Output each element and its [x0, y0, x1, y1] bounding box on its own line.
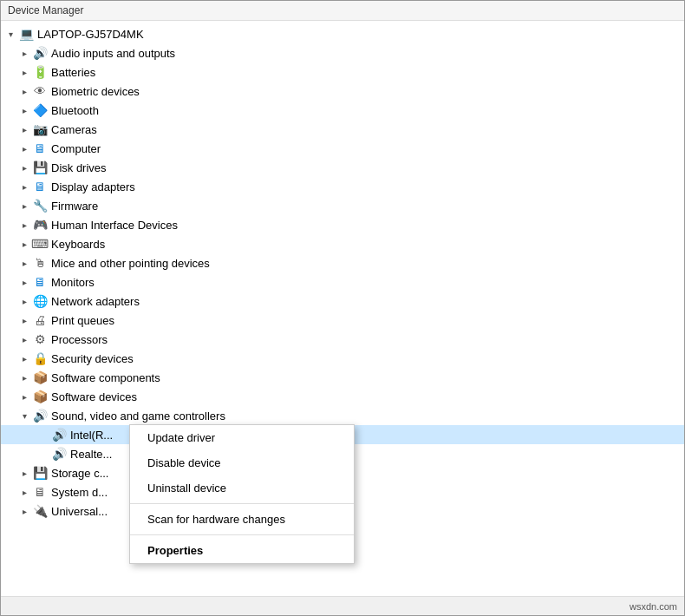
label-keyboards: Keyboards	[51, 238, 105, 251]
label-disk: Disk drives	[51, 161, 107, 174]
label-universal: Universal...	[51, 505, 108, 518]
context-menu-item-properties[interactable]: Properties	[130, 538, 354, 563]
tree-item-processors[interactable]: ⚙Processors	[1, 330, 684, 349]
status-text: wsxdn.com	[630, 601, 677, 612]
label-computer: Computer	[51, 142, 101, 155]
tree-item-bluetooth[interactable]: 🔷Bluetooth	[1, 101, 684, 120]
context-menu-item-disable-device[interactable]: Disable device	[130, 450, 354, 475]
expand-btn-software-devices[interactable]	[18, 390, 30, 403]
icon-audio: 🔊	[32, 45, 48, 61]
tree-item-batteries[interactable]: 🔋Batteries	[1, 62, 684, 82]
label-audio: Audio inputs and outputs	[51, 47, 175, 60]
expand-btn-keyboards[interactable]	[18, 238, 30, 250]
context-menu-item-update-driver[interactable]: Update driver	[130, 425, 354, 450]
expand-btn-software-components[interactable]	[18, 371, 30, 383]
expand-btn-cameras[interactable]	[18, 123, 30, 135]
expand-btn-storage[interactable]	[18, 467, 30, 479]
tree-item-software-devices[interactable]: 📦Software devices	[1, 387, 684, 406]
expand-btn-network[interactable]	[18, 295, 30, 307]
expand-btn-audio[interactable]	[18, 47, 30, 59]
icon-processors: ⚙	[32, 331, 48, 347]
icon-cameras: 📷	[32, 121, 48, 137]
label-monitors: Monitors	[51, 276, 95, 289]
label-firmware: Firmware	[51, 200, 98, 213]
icon-storage: 💾	[32, 465, 48, 481]
expand-btn-batteries[interactable]	[18, 66, 30, 78]
tree-item-audio[interactable]: 🔊Audio inputs and outputs	[1, 43, 684, 62]
root-expand-btn[interactable]	[4, 28, 16, 40]
expand-btn-system[interactable]	[18, 486, 30, 498]
context-menu-divider-1	[130, 503, 354, 504]
tree-item-hid[interactable]: 🎮Human Interface Devices	[1, 215, 684, 234]
label-software-devices: Software devices	[51, 390, 137, 403]
expand-btn-print[interactable]	[18, 314, 30, 326]
icon-software-components: 📦	[32, 370, 48, 385]
tree-item-biometric[interactable]: 👁Biometric devices	[1, 82, 684, 101]
icon-firmware: 🔧	[32, 198, 48, 213]
expand-btn-firmware[interactable]	[18, 200, 30, 212]
icon-display: 🖥	[32, 179, 48, 194]
tree-root[interactable]: 💻 LAPTOP-GJ57D4MK	[1, 24, 684, 43]
label-bluetooth: Bluetooth	[51, 104, 99, 117]
expand-btn-universal[interactable]	[18, 505, 30, 517]
icon-print: 🖨	[32, 312, 48, 328]
expand-btn-intel[interactable]	[37, 429, 49, 441]
label-processors: Processors	[51, 333, 108, 346]
context-menu-item-uninstall-device[interactable]: Uninstall device	[130, 475, 354, 501]
label-display: Display adapters	[51, 180, 135, 193]
icon-software-devices: 📦	[32, 389, 48, 404]
expand-btn-computer[interactable]	[18, 142, 30, 154]
tree-item-keyboards[interactable]: ⌨Keyboards	[1, 234, 684, 253]
expand-btn-disk[interactable]	[18, 161, 30, 174]
expand-btn-mice[interactable]	[18, 257, 30, 269]
device-manager-window: Device Manager 💻 LAPTOP-GJ57D4MK 🔊Audio …	[0, 0, 685, 616]
label-batteries: Batteries	[51, 66, 95, 79]
context-menu-item-scan-hardware[interactable]: Scan for hardware changes	[130, 507, 354, 532]
status-bar: wsxdn.com	[1, 596, 684, 615]
label-hid: Human Interface Devices	[51, 219, 178, 232]
label-biometric: Biometric devices	[51, 85, 140, 98]
expand-btn-security[interactable]	[18, 352, 30, 364]
expand-btn-display[interactable]	[18, 180, 30, 193]
label-system: System d...	[51, 486, 108, 499]
tree-item-firmware[interactable]: 🔧Firmware	[1, 196, 684, 215]
expand-btn-sound[interactable]	[18, 410, 30, 422]
context-menu-divider-2	[130, 534, 354, 535]
expand-btn-processors[interactable]	[18, 333, 30, 345]
expand-btn-hid[interactable]	[18, 219, 30, 231]
laptop-icon: 💻	[18, 26, 34, 42]
label-security: Security devices	[51, 352, 134, 365]
icon-realtek: 🔊	[51, 446, 67, 462]
label-intel: Intel(R...	[70, 429, 113, 442]
label-realtek: Realte...	[70, 448, 112, 461]
icon-batteries: 🔋	[32, 64, 48, 80]
tree-item-print[interactable]: 🖨Print queues	[1, 311, 684, 330]
tree-item-software-components[interactable]: 📦Software components	[1, 368, 684, 387]
tree-item-cameras[interactable]: 📷Cameras	[1, 120, 684, 139]
expand-btn-monitors[interactable]	[18, 276, 30, 288]
icon-universal: 🔌	[32, 503, 48, 519]
window-title: Device Manager	[8, 4, 83, 16]
tree-item-network[interactable]: 🌐Network adapters	[1, 292, 684, 311]
tree-item-monitors[interactable]: 🖥Monitors	[1, 272, 684, 292]
icon-mice: 🖱	[32, 255, 48, 271]
icon-bluetooth: 🔷	[32, 102, 48, 118]
label-mice: Mice and other pointing devices	[51, 257, 210, 270]
tree-item-computer[interactable]: 🖥Computer	[1, 139, 684, 158]
icon-sound: 🔊	[32, 408, 48, 423]
label-software-components: Software components	[51, 371, 160, 384]
icon-network: 🌐	[32, 293, 48, 309]
tree-item-security[interactable]: 🔒Security devices	[1, 349, 684, 368]
expand-btn-bluetooth[interactable]	[18, 104, 30, 116]
tree-item-display[interactable]: 🖥Display adapters	[1, 177, 684, 196]
context-menu: Update driverDisable deviceUninstall dev…	[129, 424, 355, 564]
icon-intel: 🔊	[51, 427, 67, 442]
tree-item-mice[interactable]: 🖱Mice and other pointing devices	[1, 253, 684, 272]
tree-item-disk[interactable]: 💾Disk drives	[1, 158, 684, 177]
tree-item-sound[interactable]: 🔊Sound, video and game controllers	[1, 406, 684, 425]
expand-btn-realtek[interactable]	[37, 448, 49, 460]
label-cameras: Cameras	[51, 123, 97, 136]
icon-keyboards: ⌨	[32, 236, 48, 252]
expand-btn-biometric[interactable]	[18, 85, 30, 97]
icon-monitors: 🖥	[32, 274, 48, 290]
